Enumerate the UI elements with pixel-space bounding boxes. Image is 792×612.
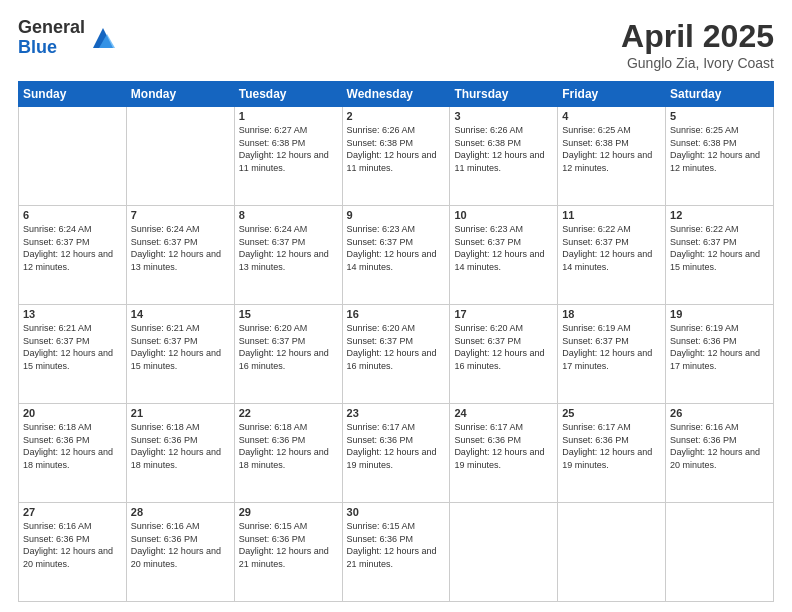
weekday-header-sunday: Sunday [19, 82, 127, 107]
day-number: 28 [131, 506, 230, 518]
day-info: Sunrise: 6:18 AMSunset: 6:36 PMDaylight:… [131, 421, 230, 471]
day-info: Sunrise: 6:20 AMSunset: 6:37 PMDaylight:… [347, 322, 446, 372]
logo: General Blue [18, 18, 117, 58]
day-info: Sunrise: 6:17 AMSunset: 6:36 PMDaylight:… [562, 421, 661, 471]
day-info: Sunrise: 6:18 AMSunset: 6:36 PMDaylight:… [23, 421, 122, 471]
page: General Blue April 2025 Gunglo Zia, Ivor… [0, 0, 792, 612]
day-info: Sunrise: 6:19 AMSunset: 6:36 PMDaylight:… [670, 322, 769, 372]
logo-general: General [18, 18, 85, 38]
title-block: April 2025 Gunglo Zia, Ivory Coast [621, 18, 774, 71]
header: General Blue April 2025 Gunglo Zia, Ivor… [18, 18, 774, 71]
calendar-cell: 7Sunrise: 6:24 AMSunset: 6:37 PMDaylight… [126, 206, 234, 305]
day-number: 7 [131, 209, 230, 221]
calendar-cell: 9Sunrise: 6:23 AMSunset: 6:37 PMDaylight… [342, 206, 450, 305]
day-info: Sunrise: 6:22 AMSunset: 6:37 PMDaylight:… [670, 223, 769, 273]
calendar-cell: 20Sunrise: 6:18 AMSunset: 6:36 PMDayligh… [19, 404, 127, 503]
day-number: 30 [347, 506, 446, 518]
weekday-header-wednesday: Wednesday [342, 82, 450, 107]
day-number: 23 [347, 407, 446, 419]
day-info: Sunrise: 6:27 AMSunset: 6:38 PMDaylight:… [239, 124, 338, 174]
calendar-cell: 21Sunrise: 6:18 AMSunset: 6:36 PMDayligh… [126, 404, 234, 503]
weekday-header-tuesday: Tuesday [234, 82, 342, 107]
calendar-cell: 24Sunrise: 6:17 AMSunset: 6:36 PMDayligh… [450, 404, 558, 503]
day-info: Sunrise: 6:22 AMSunset: 6:37 PMDaylight:… [562, 223, 661, 273]
day-number: 8 [239, 209, 338, 221]
day-info: Sunrise: 6:24 AMSunset: 6:37 PMDaylight:… [131, 223, 230, 273]
day-info: Sunrise: 6:24 AMSunset: 6:37 PMDaylight:… [23, 223, 122, 273]
calendar-cell: 14Sunrise: 6:21 AMSunset: 6:37 PMDayligh… [126, 305, 234, 404]
location: Gunglo Zia, Ivory Coast [621, 55, 774, 71]
day-number: 17 [454, 308, 553, 320]
day-number: 14 [131, 308, 230, 320]
day-number: 16 [347, 308, 446, 320]
day-info: Sunrise: 6:20 AMSunset: 6:37 PMDaylight:… [239, 322, 338, 372]
day-number: 2 [347, 110, 446, 122]
day-number: 9 [347, 209, 446, 221]
month-title: April 2025 [621, 18, 774, 55]
day-info: Sunrise: 6:19 AMSunset: 6:37 PMDaylight:… [562, 322, 661, 372]
calendar-week-4: 20Sunrise: 6:18 AMSunset: 6:36 PMDayligh… [19, 404, 774, 503]
calendar-cell: 18Sunrise: 6:19 AMSunset: 6:37 PMDayligh… [558, 305, 666, 404]
logo-blue: Blue [18, 38, 85, 58]
calendar-cell: 22Sunrise: 6:18 AMSunset: 6:36 PMDayligh… [234, 404, 342, 503]
calendar-cell: 25Sunrise: 6:17 AMSunset: 6:36 PMDayligh… [558, 404, 666, 503]
calendar-cell: 30Sunrise: 6:15 AMSunset: 6:36 PMDayligh… [342, 503, 450, 602]
calendar-cell: 27Sunrise: 6:16 AMSunset: 6:36 PMDayligh… [19, 503, 127, 602]
day-info: Sunrise: 6:17 AMSunset: 6:36 PMDaylight:… [347, 421, 446, 471]
day-number: 1 [239, 110, 338, 122]
calendar-cell: 5Sunrise: 6:25 AMSunset: 6:38 PMDaylight… [666, 107, 774, 206]
calendar-cell: 2Sunrise: 6:26 AMSunset: 6:38 PMDaylight… [342, 107, 450, 206]
day-info: Sunrise: 6:16 AMSunset: 6:36 PMDaylight:… [23, 520, 122, 570]
calendar-cell: 4Sunrise: 6:25 AMSunset: 6:38 PMDaylight… [558, 107, 666, 206]
day-info: Sunrise: 6:23 AMSunset: 6:37 PMDaylight:… [347, 223, 446, 273]
weekday-row: SundayMondayTuesdayWednesdayThursdayFrid… [19, 82, 774, 107]
day-number: 11 [562, 209, 661, 221]
calendar-cell: 26Sunrise: 6:16 AMSunset: 6:36 PMDayligh… [666, 404, 774, 503]
calendar-cell: 19Sunrise: 6:19 AMSunset: 6:36 PMDayligh… [666, 305, 774, 404]
day-info: Sunrise: 6:15 AMSunset: 6:36 PMDaylight:… [239, 520, 338, 570]
calendar-week-5: 27Sunrise: 6:16 AMSunset: 6:36 PMDayligh… [19, 503, 774, 602]
day-info: Sunrise: 6:20 AMSunset: 6:37 PMDaylight:… [454, 322, 553, 372]
weekday-header-monday: Monday [126, 82, 234, 107]
day-number: 13 [23, 308, 122, 320]
calendar-week-2: 6Sunrise: 6:24 AMSunset: 6:37 PMDaylight… [19, 206, 774, 305]
calendar-table: SundayMondayTuesdayWednesdayThursdayFrid… [18, 81, 774, 602]
day-number: 12 [670, 209, 769, 221]
calendar-cell: 3Sunrise: 6:26 AMSunset: 6:38 PMDaylight… [450, 107, 558, 206]
logo-text: General Blue [18, 18, 85, 58]
weekday-header-saturday: Saturday [666, 82, 774, 107]
calendar-cell: 10Sunrise: 6:23 AMSunset: 6:37 PMDayligh… [450, 206, 558, 305]
calendar-week-3: 13Sunrise: 6:21 AMSunset: 6:37 PMDayligh… [19, 305, 774, 404]
day-info: Sunrise: 6:21 AMSunset: 6:37 PMDaylight:… [23, 322, 122, 372]
calendar-cell: 8Sunrise: 6:24 AMSunset: 6:37 PMDaylight… [234, 206, 342, 305]
calendar-header: SundayMondayTuesdayWednesdayThursdayFrid… [19, 82, 774, 107]
day-number: 27 [23, 506, 122, 518]
calendar-cell: 29Sunrise: 6:15 AMSunset: 6:36 PMDayligh… [234, 503, 342, 602]
day-number: 4 [562, 110, 661, 122]
day-number: 22 [239, 407, 338, 419]
day-number: 18 [562, 308, 661, 320]
day-number: 20 [23, 407, 122, 419]
day-info: Sunrise: 6:25 AMSunset: 6:38 PMDaylight:… [562, 124, 661, 174]
day-info: Sunrise: 6:18 AMSunset: 6:36 PMDaylight:… [239, 421, 338, 471]
day-number: 29 [239, 506, 338, 518]
day-number: 19 [670, 308, 769, 320]
day-number: 15 [239, 308, 338, 320]
calendar-cell: 17Sunrise: 6:20 AMSunset: 6:37 PMDayligh… [450, 305, 558, 404]
day-number: 10 [454, 209, 553, 221]
calendar-cell: 16Sunrise: 6:20 AMSunset: 6:37 PMDayligh… [342, 305, 450, 404]
weekday-header-thursday: Thursday [450, 82, 558, 107]
calendar-cell: 1Sunrise: 6:27 AMSunset: 6:38 PMDaylight… [234, 107, 342, 206]
calendar-cell [126, 107, 234, 206]
day-info: Sunrise: 6:25 AMSunset: 6:38 PMDaylight:… [670, 124, 769, 174]
day-info: Sunrise: 6:15 AMSunset: 6:36 PMDaylight:… [347, 520, 446, 570]
calendar-cell: 11Sunrise: 6:22 AMSunset: 6:37 PMDayligh… [558, 206, 666, 305]
calendar-week-1: 1Sunrise: 6:27 AMSunset: 6:38 PMDaylight… [19, 107, 774, 206]
day-info: Sunrise: 6:24 AMSunset: 6:37 PMDaylight:… [239, 223, 338, 273]
calendar-cell: 15Sunrise: 6:20 AMSunset: 6:37 PMDayligh… [234, 305, 342, 404]
day-number: 21 [131, 407, 230, 419]
day-number: 26 [670, 407, 769, 419]
day-number: 5 [670, 110, 769, 122]
calendar-cell: 12Sunrise: 6:22 AMSunset: 6:37 PMDayligh… [666, 206, 774, 305]
day-number: 3 [454, 110, 553, 122]
